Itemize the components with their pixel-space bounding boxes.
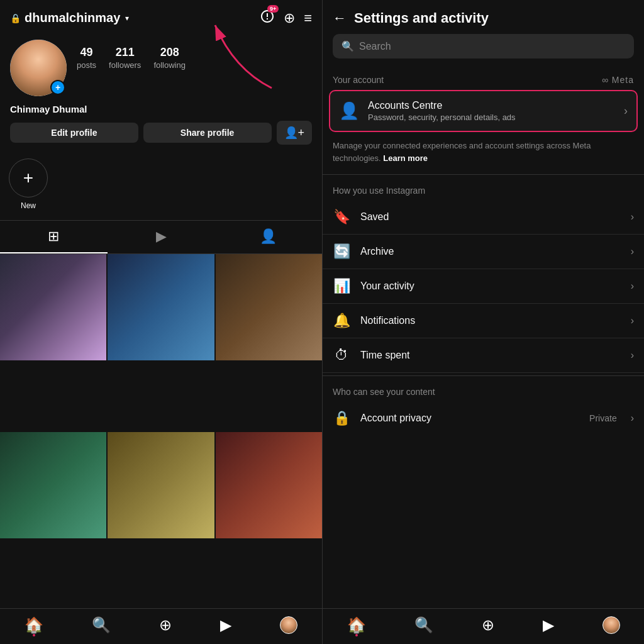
nav-home-icon[interactable]: 🏠 (25, 616, 43, 634)
accounts-centre-subtitle: Password, security, personal details, ad… (368, 113, 615, 122)
left-header: 🔒 dhumalchinmay ▾ 9+ ⊕ ≡ (0, 0, 322, 33)
tab-tagged[interactable]: 👤 (214, 221, 322, 253)
accounts-centre-text: Accounts Centre Password, security, pers… (368, 100, 615, 122)
time-spent-label: Time spent (360, 350, 621, 361)
how-you-use-header: How you use Instagram (323, 177, 644, 200)
nav-home-icon-right[interactable]: 🏠 (347, 616, 366, 634)
header-left: 🔒 dhumalchinmay ▾ (10, 11, 129, 25)
tab-reels[interactable]: ▶ (108, 221, 215, 253)
account-privacy-item[interactable]: 🔒 Account privacy Private › (323, 401, 644, 435)
back-button[interactable]: ← (333, 10, 347, 26)
notifications-item[interactable]: 🔔 Notifications › (323, 304, 644, 338)
followers-count: 211 (109, 46, 141, 59)
saved-item[interactable]: 🔖 Saved › (323, 200, 644, 235)
your-activity-item[interactable]: 📊 Your activity › (323, 269, 644, 304)
nav-profile-avatar[interactable] (280, 616, 297, 634)
nav-profile-avatar-right[interactable] (602, 616, 620, 634)
following-stat[interactable]: 208 following (153, 46, 186, 70)
edit-profile-button[interactable]: Edit profile (10, 123, 138, 143)
your-account-label: Your account (333, 75, 384, 85)
photo-cell-3[interactable] (216, 254, 322, 360)
followers-label: followers (109, 60, 141, 70)
search-placeholder[interactable]: Search (359, 41, 391, 52)
saved-label: Saved (360, 211, 621, 223)
hamburger-icon[interactable]: ≡ (304, 10, 312, 26)
followers-stat[interactable]: 211 followers (109, 46, 141, 70)
add-icon[interactable]: ⊕ (284, 10, 295, 26)
account-privacy-chevron: › (631, 413, 634, 424)
notifications-chevron: › (631, 315, 634, 326)
learn-more-link[interactable]: Learn more (383, 153, 428, 163)
archive-label: Archive (360, 246, 621, 257)
who-can-see-label: Who can see your content (333, 387, 435, 397)
accounts-centre-chevron: › (624, 104, 628, 118)
new-story-button[interactable]: + (9, 158, 48, 197)
your-activity-icon: 📊 (333, 278, 350, 294)
search-bar[interactable]: 🔍 Search (333, 34, 634, 58)
right-header: ← Settings and activity (323, 0, 644, 34)
following-label: following (153, 60, 186, 70)
avatar-wrap: + (10, 40, 67, 96)
nav-add-icon-right[interactable]: ⊕ (482, 616, 494, 634)
your-activity-chevron: › (631, 280, 634, 292)
photo-cell-1[interactable] (0, 254, 106, 360)
avatar-add-button[interactable]: + (50, 80, 65, 95)
notification-badge: 9+ (267, 5, 279, 13)
username-text: dhumalchinmay (25, 11, 120, 25)
time-spent-icon: ⏱ (333, 347, 350, 364)
share-profile-button[interactable]: Share profile (143, 123, 272, 143)
photo-cell-4[interactable] (0, 432, 106, 538)
account-privacy-icon: 🔒 (333, 410, 350, 426)
accounts-centre-title: Accounts Centre (368, 100, 615, 111)
notifications-icon: 🔔 (333, 313, 350, 329)
threads-icon[interactable]: 9+ (260, 9, 275, 27)
account-privacy-value: Private (589, 413, 617, 423)
meta-logo: ∞ Meta (602, 75, 634, 85)
action-buttons: Edit profile Share profile 👤+ (0, 121, 322, 155)
divider-2 (323, 375, 644, 376)
nav-search-icon-right[interactable]: 🔍 (414, 616, 433, 634)
divider-1 (323, 174, 644, 175)
who-can-see-header: Who can see your content (323, 379, 644, 401)
nav-reels-icon-right[interactable]: ▶ (543, 616, 554, 634)
stats-row: 49 posts 211 followers 208 following (77, 40, 186, 70)
your-activity-label: Your activity (360, 280, 621, 292)
posts-stat[interactable]: 49 posts (77, 46, 96, 70)
archive-icon: 🔄 (333, 243, 350, 260)
settings-list: Your account ∞ Meta 👤 Accounts Centre Pa… (323, 67, 644, 608)
accounts-centre-icon: 👤 (339, 101, 359, 121)
photo-cell-5[interactable] (108, 432, 214, 538)
bottom-nav-left: 🏠 🔍 ⊕ ▶ (0, 608, 322, 644)
archive-chevron: › (631, 246, 634, 257)
your-account-header: Your account ∞ Meta (323, 67, 644, 90)
search-icon: 🔍 (341, 40, 354, 52)
new-story-label: New (21, 201, 36, 210)
archive-item[interactable]: 🔄 Archive › (323, 235, 644, 269)
chevron-down-icon[interactable]: ▾ (125, 14, 129, 23)
nav-search-icon[interactable]: 🔍 (92, 616, 111, 634)
photo-cell-2[interactable] (108, 254, 214, 360)
time-spent-item[interactable]: ⏱ Time spent › (323, 338, 644, 373)
manage-text: Manage your connected experiences and ac… (323, 135, 644, 172)
accounts-centre-item[interactable]: 👤 Accounts Centre Password, security, pe… (329, 90, 638, 132)
photo-grid (0, 254, 322, 608)
account-privacy-label: Account privacy (360, 413, 579, 424)
nav-add-icon[interactable]: ⊕ (159, 616, 172, 634)
tab-grid[interactable]: ⊞ (0, 221, 108, 253)
saved-icon: 🔖 (333, 209, 350, 225)
how-you-use-label: How you use Instagram (333, 186, 425, 196)
tabs-row: ⊞ ▶ 👤 (0, 220, 322, 254)
header-right: 9+ ⊕ ≡ (260, 9, 312, 27)
right-panel: ← Settings and activity 🔍 Search Your ac… (322, 0, 644, 644)
profile-section: + 49 posts 211 followers 208 following (0, 33, 322, 100)
following-count: 208 (153, 46, 186, 59)
saved-chevron: › (631, 211, 634, 223)
lock-icon: 🔒 (10, 13, 21, 23)
nav-reels-icon[interactable]: ▶ (220, 616, 231, 634)
add-person-button[interactable]: 👤+ (277, 121, 313, 145)
story-section: + New (0, 155, 57, 220)
notifications-label: Notifications (360, 315, 621, 326)
photo-cell-6[interactable] (216, 432, 322, 538)
left-panel: 🔒 dhumalchinmay ▾ 9+ ⊕ ≡ + 49 po (0, 0, 322, 644)
profile-name: Chinmay Dhumal (0, 100, 322, 121)
